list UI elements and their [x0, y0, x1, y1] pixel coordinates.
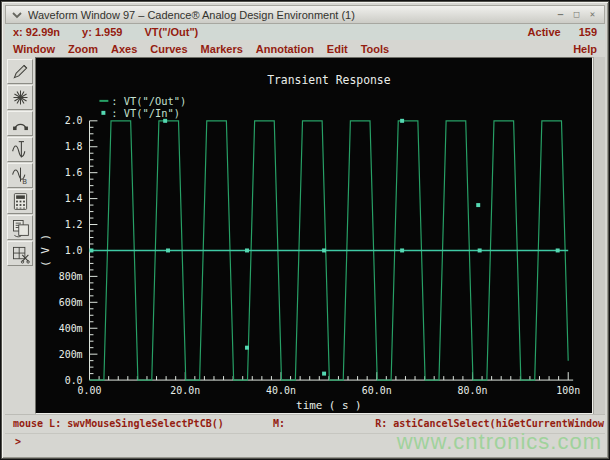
minimize-button[interactable]: –	[554, 9, 567, 20]
plot-region[interactable]: 2.01.81.61.41.21.0800m600m400m200m0.00.0…	[35, 57, 593, 414]
mouse-left-binding: mouse L: swvMouseSingleSelectPtCB()	[13, 418, 224, 429]
svg-text:B: B	[22, 178, 27, 186]
menu-item-markers[interactable]: Markers	[201, 43, 243, 55]
x-tick-label: 80.0n	[458, 385, 488, 396]
readout-bar: x: 92.99n y: 1.959 VT("/Out") Active 159	[5, 24, 605, 40]
pen-icon	[10, 61, 31, 82]
menu-item-edit[interactable]: Edit	[327, 43, 348, 55]
marker-a-icon	[10, 139, 31, 160]
cursor-y-readout: y: 1.959	[82, 26, 122, 38]
y-tick-label: 400m	[59, 323, 83, 334]
sample-marker	[322, 372, 326, 376]
y-tick-label: 800m	[59, 271, 83, 282]
y-axis-title: ( V )	[39, 234, 52, 267]
sample-marker	[478, 248, 482, 252]
menu-item-window[interactable]: Window	[13, 43, 55, 55]
active-count: 159	[579, 26, 597, 38]
active-label: Active	[528, 26, 561, 38]
x-tick-label: 60.0n	[362, 385, 392, 396]
pen-button[interactable]	[7, 59, 33, 84]
menu-item-zoom[interactable]: Zoom	[68, 43, 98, 55]
main-area: B 2.01.81.61.41.21.0800m600m400m200m0.00…	[5, 57, 605, 414]
y-tick-label: 1.2	[65, 219, 83, 230]
window-title: Waveform Window 97 – Cadence® Analog Des…	[28, 9, 549, 21]
sample-marker	[166, 248, 170, 252]
sample-marker	[245, 248, 249, 252]
sample-marker	[400, 248, 404, 252]
menu-item-annotation[interactable]: Annotation	[256, 43, 314, 55]
subwindow-cut-icon	[10, 243, 31, 264]
arc-probe-icon	[10, 113, 31, 134]
titlebar[interactable]: Waveform Window 97 – Cadence® Analog Des…	[5, 5, 605, 24]
waveform-window: Waveform Window 97 – Cadence® Analog Des…	[1, 1, 609, 459]
menu-item-help[interactable]: Help	[573, 43, 597, 55]
arc-probe-button[interactable]	[7, 111, 33, 136]
legend-entry: : VT("/Out")	[111, 95, 186, 107]
sample-marker	[322, 248, 326, 252]
copy-window-button[interactable]	[7, 215, 33, 240]
toolbar: B	[5, 57, 35, 414]
watermark: www.cntronics.com	[397, 429, 602, 455]
copy-window-icon	[10, 217, 31, 238]
y-tick-label: 1.4	[65, 193, 83, 204]
y-tick-label: 200m	[59, 349, 83, 360]
y-tick-label: 1.8	[65, 141, 83, 152]
marker-b-icon: B	[10, 165, 31, 186]
right-panel-strip	[593, 57, 605, 414]
plot-title: Transient Response	[267, 73, 391, 87]
marker-a-button[interactable]	[7, 137, 33, 162]
x-axis-title: time ( s )	[296, 399, 362, 412]
maximize-button[interactable]: □	[570, 9, 583, 20]
x-tick-label: 100n	[556, 385, 580, 396]
mouse-right-binding: R: astiCancelSelect(hiGetCurrentWindow	[375, 418, 604, 429]
y-tick-label: 1.6	[65, 167, 83, 178]
waveform-plot[interactable]: 2.01.81.61.41.21.0800m600m400m200m0.00.0…	[36, 58, 592, 413]
sample-marker	[163, 119, 167, 123]
marker-b-button[interactable]: B	[7, 163, 33, 188]
close-button[interactable]: ✕	[586, 9, 599, 20]
x-tick-label: 0.00	[78, 385, 102, 396]
cursor-x-readout: x: 92.99n	[13, 26, 60, 38]
window-controls: –□✕	[554, 9, 599, 20]
x-tick-label: 20.0n	[170, 385, 200, 396]
legend-entry: : VT("/In")	[111, 107, 180, 119]
subwindow-cut-button[interactable]	[7, 241, 33, 266]
mouse-middle-binding: M:	[273, 418, 285, 429]
menu-item-tools[interactable]: Tools	[361, 43, 390, 55]
y-tick-label: 600m	[59, 297, 83, 308]
sample-marker	[89, 248, 93, 252]
sample-marker	[245, 346, 249, 350]
menu-item-axes[interactable]: Axes	[111, 43, 137, 55]
sample-marker	[400, 119, 404, 123]
menu-item-curves[interactable]: Curves	[150, 43, 187, 55]
calculator-icon	[10, 191, 31, 212]
y-tick-label: 1.0	[65, 245, 83, 256]
starburst-button[interactable]	[7, 85, 33, 110]
x-tick-label: 40.0n	[266, 385, 296, 396]
legend-dot-glyph	[101, 111, 105, 115]
starburst-icon	[10, 87, 31, 108]
y-tick-label: 0.0	[65, 375, 83, 386]
active-trace-readout: VT("/Out")	[144, 26, 198, 38]
calculator-button[interactable]	[7, 189, 33, 214]
chevron-down-icon[interactable]	[11, 10, 23, 20]
prompt-symbol: >	[15, 436, 21, 447]
menu-bar: WindowZoomAxesCurvesMarkersAnnotationEdi…	[5, 40, 605, 57]
sample-marker	[476, 203, 480, 207]
y-tick-label: 2.0	[65, 115, 83, 126]
sample-marker	[556, 248, 560, 252]
